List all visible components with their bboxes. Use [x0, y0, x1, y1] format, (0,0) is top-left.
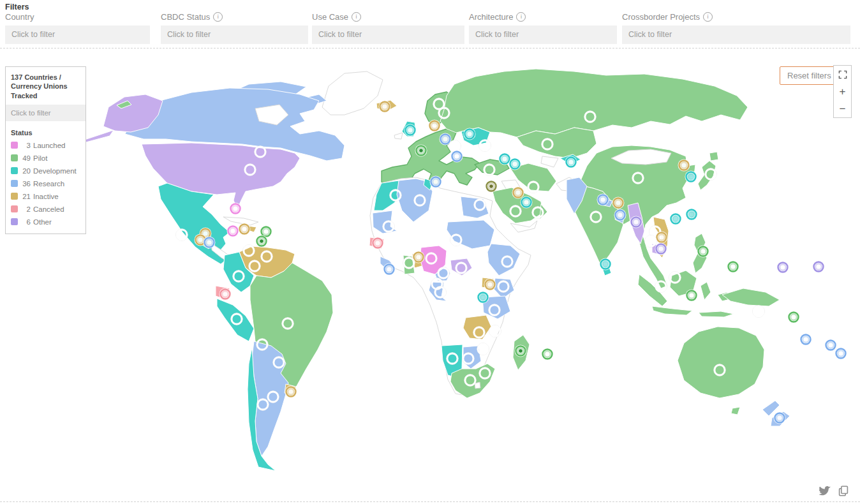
legend-item-canceled[interactable]: 2Canceled [6, 203, 85, 216]
map-marker-blue[interactable] [614, 209, 626, 221]
map-marker-purple[interactable] [655, 243, 667, 255]
filter-input[interactable]: Click to filter [312, 26, 464, 44]
legend-filter-input[interactable]: Click to filter [6, 105, 85, 121]
region-ireland[interactable] [394, 133, 403, 139]
filter-label: Crossborder Projectsi [622, 12, 850, 22]
region-sulawesi[interactable] [701, 282, 711, 300]
map-marker-tan[interactable] [484, 279, 496, 291]
region-tasmania[interactable] [731, 407, 740, 415]
region-lesser-sunda[interactable] [699, 311, 734, 317]
map-marker-tan[interactable] [285, 386, 297, 398]
filter-input[interactable]: Click to filter [469, 26, 617, 44]
legend-count: 2 [20, 205, 31, 213]
map-marker-teal[interactable] [509, 158, 521, 170]
copy-icon[interactable] [838, 485, 849, 496]
map-marker-teal[interactable] [686, 209, 698, 221]
legend-item-development[interactable]: 20Development [6, 165, 85, 177]
map-marker-teal[interactable] [404, 124, 417, 137]
twitter-icon[interactable] [819, 486, 831, 496]
fullscreen-icon [838, 70, 847, 79]
map-marker-white[interactable] [753, 306, 765, 318]
map-marker-tan[interactable] [678, 159, 690, 172]
marker-shape [689, 212, 694, 217]
map-marker-blue[interactable] [451, 151, 463, 163]
map-marker-green[interactable] [415, 145, 427, 157]
map-marker-salmon[interactable] [219, 288, 232, 300]
map-marker-olive[interactable] [486, 181, 498, 193]
info-icon[interactable]: i [516, 12, 526, 22]
region-japan[interactable] [698, 161, 716, 190]
map-marker-blue[interactable] [383, 263, 396, 276]
legend-swatch [11, 205, 18, 212]
map-marker-blue[interactable] [835, 348, 847, 360]
map-marker-tan[interactable] [379, 101, 391, 113]
map-marker-tan[interactable] [512, 187, 524, 199]
map-marker-pink[interactable] [230, 203, 242, 215]
filter-column-cbdc-status: CBDC StatusiClick to filter [161, 12, 308, 44]
map-marker-purple[interactable] [630, 216, 642, 228]
marker-shape [480, 295, 486, 300]
map-marker-teal[interactable] [464, 128, 476, 140]
region-java[interactable] [652, 306, 692, 315]
map-marker-teal[interactable] [565, 156, 577, 168]
map-marker-green[interactable] [542, 348, 554, 360]
map-marker-purple[interactable] [777, 262, 789, 274]
marker-shape [646, 236, 656, 246]
map-marker-tan[interactable] [656, 232, 668, 244]
region-peru[interactable] [217, 299, 254, 341]
map-marker-tan[interactable] [429, 120, 441, 132]
map-marker-green[interactable] [515, 345, 527, 357]
fullscreen-button[interactable] [834, 66, 851, 83]
legend-item-inactive[interactable]: 21Inactive [6, 190, 85, 203]
legend-panel: 137 Countries / Currency Unions Tracked … [5, 66, 86, 234]
map-marker-teal[interactable] [600, 258, 612, 271]
map-marker-teal[interactable] [685, 171, 697, 183]
info-icon[interactable]: i [703, 12, 713, 22]
map-marker-blue[interactable] [825, 339, 837, 352]
filter-input[interactable]: Click to filter [622, 26, 850, 44]
map-marker-green[interactable] [788, 311, 800, 323]
filter-column-use-case: Use CaseiClick to filter [312, 12, 464, 44]
map-marker-green[interactable] [686, 290, 698, 302]
map-marker-white[interactable] [449, 140, 461, 152]
map-marker-teal[interactable] [477, 292, 489, 304]
filter-input[interactable]: Click to filter [5, 26, 150, 44]
map-marker-purple[interactable] [813, 261, 825, 273]
map-marker-tan[interactable] [612, 197, 625, 209]
map-marker-blue[interactable] [774, 412, 786, 424]
filter-label: Country [5, 12, 150, 22]
zoom-out-button[interactable]: − [834, 100, 851, 117]
filter-input[interactable]: Click to filter [161, 26, 308, 44]
zoom-in-button[interactable]: + [834, 83, 851, 100]
map-marker-green[interactable] [697, 246, 709, 258]
map-marker-blue[interactable] [430, 176, 442, 188]
reset-filters-button[interactable]: Reset filters [780, 66, 839, 85]
region-cuba[interactable] [223, 217, 258, 225]
map-marker-pink[interactable] [227, 225, 239, 237]
info-icon[interactable]: i [213, 12, 223, 22]
info-icon[interactable]: i [352, 12, 361, 22]
map-marker-salmon[interactable] [372, 237, 384, 249]
map-marker-teal[interactable] [670, 213, 682, 225]
region-greenland[interactable] [322, 71, 383, 115]
region-australia[interactable] [678, 327, 764, 398]
legend-item-launched[interactable]: 3Launched [6, 139, 85, 152]
region-russia[interactable] [440, 69, 748, 137]
map-marker-teal[interactable] [521, 196, 533, 209]
legend-item-pilot[interactable]: 49Pilot [6, 152, 85, 165]
world-map[interactable] [0, 0, 860, 504]
map-marker-blue[interactable] [800, 334, 812, 346]
bottom-divider [0, 501, 860, 502]
map-marker-green[interactable] [256, 235, 268, 248]
map-marker-blue[interactable] [204, 237, 216, 249]
region-hokkaido[interactable] [709, 152, 718, 161]
region-turkmenistan[interactable] [541, 156, 558, 167]
map-marker-white[interactable] [645, 235, 657, 248]
marker-shape [688, 174, 693, 179]
map-marker-green[interactable] [727, 261, 739, 273]
map-marker-tan[interactable] [239, 223, 251, 235]
region-new-guinea[interactable] [722, 288, 780, 306]
map-marker-blue[interactable] [597, 194, 609, 206]
legend-item-research[interactable]: 36Research [6, 177, 85, 190]
legend-item-other[interactable]: 6Other [6, 216, 85, 228]
